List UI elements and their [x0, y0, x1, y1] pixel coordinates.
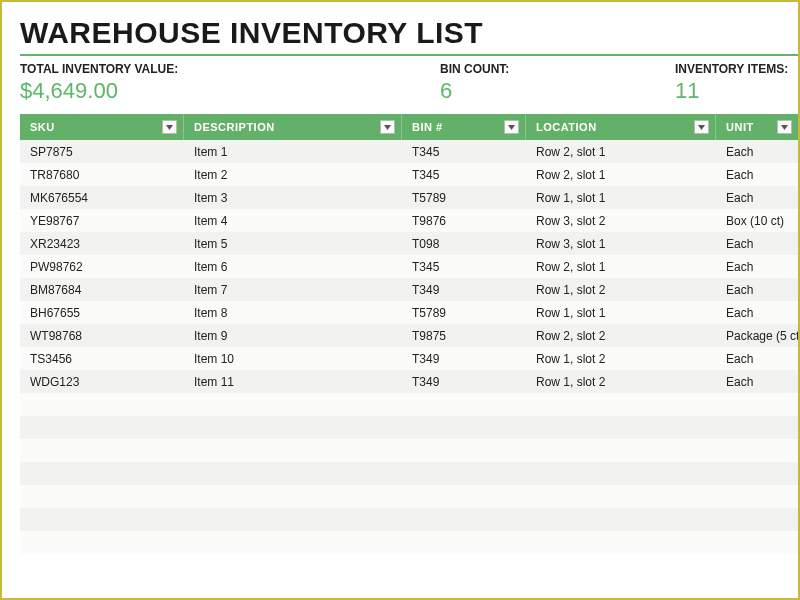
- column-header-bin[interactable]: BIN #: [402, 114, 526, 140]
- filter-button-location[interactable]: [694, 120, 709, 134]
- table-row[interactable]: MK676554Item 3T5789Row 1, slot 1Each: [20, 186, 798, 209]
- cell-description: Item 3: [184, 191, 402, 205]
- filter-button-description[interactable]: [380, 120, 395, 134]
- cell-bin: T9875: [402, 329, 526, 343]
- filter-button-unit[interactable]: [777, 120, 792, 134]
- cell-unit: Each: [716, 145, 798, 159]
- cell-description: Item 8: [184, 306, 402, 320]
- cell-sku: MK676554: [20, 191, 184, 205]
- table-row-empty: [20, 531, 798, 554]
- cell-description: Item 2: [184, 168, 402, 182]
- chevron-down-icon: [698, 125, 705, 130]
- cell-bin: T345: [402, 260, 526, 274]
- cell-unit: Each: [716, 352, 798, 366]
- column-header-description[interactable]: DESCRIPTION: [184, 114, 402, 140]
- cell-location: Row 1, slot 1: [526, 191, 716, 205]
- chevron-down-icon: [166, 125, 173, 130]
- cell-location: Row 2, slot 1: [526, 145, 716, 159]
- summary-total: TOTAL INVENTORY VALUE: $4,649.00: [20, 62, 440, 104]
- table-row[interactable]: XR23423Item 5T098Row 3, slot 1Each: [20, 232, 798, 255]
- table-row-empty: [20, 439, 798, 462]
- summary-total-label: TOTAL INVENTORY VALUE:: [20, 62, 440, 76]
- table-row-empty: [20, 462, 798, 485]
- cell-unit: Each: [716, 306, 798, 320]
- table-row-empty: [20, 508, 798, 531]
- cell-description: Item 4: [184, 214, 402, 228]
- cell-unit: Each: [716, 191, 798, 205]
- cell-bin: T345: [402, 145, 526, 159]
- chevron-down-icon: [508, 125, 515, 130]
- table-row[interactable]: PW98762Item 6T345Row 2, slot 1Each: [20, 255, 798, 278]
- table-blank-rows: [20, 393, 798, 554]
- table-row[interactable]: TS3456Item 10T349Row 1, slot 2Each: [20, 347, 798, 370]
- cell-bin: T349: [402, 283, 526, 297]
- table-row[interactable]: TR87680Item 2T345Row 2, slot 1Each: [20, 163, 798, 186]
- column-header-location[interactable]: LOCATION: [526, 114, 716, 140]
- column-header-description-label: DESCRIPTION: [194, 121, 275, 133]
- cell-location: Row 1, slot 2: [526, 283, 716, 297]
- column-header-sku-label: SKU: [30, 121, 55, 133]
- cell-unit: Each: [716, 283, 798, 297]
- column-header-unit[interactable]: UNIT: [716, 114, 798, 140]
- table-body: SP7875Item 1T345Row 2, slot 1EachTR87680…: [20, 140, 798, 393]
- cell-bin: T345: [402, 168, 526, 182]
- table-row-empty: [20, 485, 798, 508]
- cell-description: Item 1: [184, 145, 402, 159]
- filter-button-sku[interactable]: [162, 120, 177, 134]
- column-header-unit-label: UNIT: [726, 121, 754, 133]
- table-row[interactable]: BH67655Item 8T5789Row 1, slot 1Each: [20, 301, 798, 324]
- cell-bin: T349: [402, 352, 526, 366]
- chevron-down-icon: [384, 125, 391, 130]
- cell-unit: Box (10 ct): [716, 214, 798, 228]
- cell-location: Row 1, slot 1: [526, 306, 716, 320]
- cell-bin: T349: [402, 375, 526, 389]
- table-row[interactable]: YE98767Item 4T9876Row 3, slot 2Box (10 c…: [20, 209, 798, 232]
- cell-unit: Each: [716, 168, 798, 182]
- page-title: WAREHOUSE INVENTORY LIST: [20, 16, 798, 56]
- table-row[interactable]: BM87684Item 7T349Row 1, slot 2Each: [20, 278, 798, 301]
- cell-bin: T9876: [402, 214, 526, 228]
- column-header-sku[interactable]: SKU: [20, 114, 184, 140]
- cell-description: Item 5: [184, 237, 402, 251]
- inventory-table: SKU DESCRIPTION BIN # LOCATION: [20, 114, 798, 554]
- table-row[interactable]: WDG123Item 11T349Row 1, slot 2Each: [20, 370, 798, 393]
- table-row[interactable]: SP7875Item 1T345Row 2, slot 1Each: [20, 140, 798, 163]
- summary-items-value: 11: [675, 78, 788, 104]
- cell-location: Row 2, slot 1: [526, 168, 716, 182]
- filter-button-bin[interactable]: [504, 120, 519, 134]
- table-row-empty: [20, 393, 798, 416]
- table-row-empty: [20, 416, 798, 439]
- cell-description: Item 6: [184, 260, 402, 274]
- column-header-location-label: LOCATION: [536, 121, 597, 133]
- summary-total-value: $4,649.00: [20, 78, 440, 104]
- cell-sku: BH67655: [20, 306, 184, 320]
- cell-description: Item 10: [184, 352, 402, 366]
- summary-bin-label: BIN COUNT:: [440, 62, 675, 76]
- cell-sku: WDG123: [20, 375, 184, 389]
- cell-bin: T5789: [402, 191, 526, 205]
- cell-description: Item 9: [184, 329, 402, 343]
- summary-bin-value: 6: [440, 78, 675, 104]
- cell-bin: T098: [402, 237, 526, 251]
- column-header-bin-label: BIN #: [412, 121, 443, 133]
- table-header: SKU DESCRIPTION BIN # LOCATION: [20, 114, 798, 140]
- cell-description: Item 7: [184, 283, 402, 297]
- cell-unit: Each: [716, 237, 798, 251]
- cell-location: Row 1, slot 2: [526, 352, 716, 366]
- summary-items-label: INVENTORY ITEMS:: [675, 62, 788, 76]
- cell-description: Item 11: [184, 375, 402, 389]
- cell-unit: Package (5 ct): [716, 329, 798, 343]
- summary-bin: BIN COUNT: 6: [440, 62, 675, 104]
- cell-sku: XR23423: [20, 237, 184, 251]
- summary-items: INVENTORY ITEMS: 11: [675, 62, 788, 104]
- chevron-down-icon: [781, 125, 788, 130]
- summary-bar: TOTAL INVENTORY VALUE: $4,649.00 BIN COU…: [20, 62, 798, 104]
- cell-location: Row 2, slot 2: [526, 329, 716, 343]
- cell-sku: SP7875: [20, 145, 184, 159]
- cell-sku: WT98768: [20, 329, 184, 343]
- cell-sku: TS3456: [20, 352, 184, 366]
- cell-sku: TR87680: [20, 168, 184, 182]
- table-row[interactable]: WT98768Item 9T9875Row 2, slot 2Package (…: [20, 324, 798, 347]
- cell-bin: T5789: [402, 306, 526, 320]
- cell-location: Row 2, slot 1: [526, 260, 716, 274]
